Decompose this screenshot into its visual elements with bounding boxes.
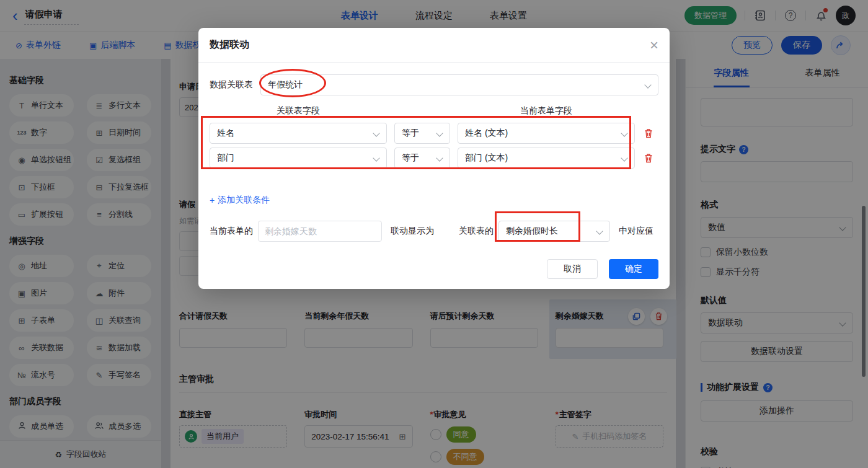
- app-root: ‹ 请假申请 表单设计 流程设定 表单设置 数据管理 ?: [0, 0, 868, 468]
- confirm-button[interactable]: 确定: [609, 259, 658, 279]
- trash-icon: [644, 128, 653, 138]
- condition-headers: 关联表字段 当前表单字段: [210, 105, 658, 117]
- linkage-mapping-row: 当前表单的 联动显示为 关联表的 剩余婚假时长 中对应值: [210, 221, 658, 242]
- display-as-label: 联动显示为: [391, 226, 434, 237]
- operator-select[interactable]: 等于: [394, 123, 450, 144]
- linked-field-select[interactable]: 部门: [210, 148, 387, 169]
- delete-condition-button[interactable]: [642, 128, 655, 138]
- modal-body: 数据关联表 年假统计 关联表字段 当前表单字段 姓名 等于 姓名 (文本) 部门…: [198, 63, 670, 289]
- delete-condition-button[interactable]: [642, 153, 655, 163]
- linked-field-select[interactable]: 姓名: [210, 123, 387, 144]
- modal-header: 数据联动 ×: [198, 28, 670, 63]
- linked-table-label: 数据关联表: [210, 79, 253, 91]
- plus-icon: +: [210, 195, 215, 205]
- trash-icon: [644, 153, 653, 163]
- modal-title: 数据联动: [210, 38, 249, 51]
- condition-row: 部门 等于 部门 (文本): [210, 148, 658, 169]
- current-field-select[interactable]: 姓名 (文本): [458, 123, 635, 144]
- target-field-input[interactable]: [258, 221, 382, 242]
- related-field-select[interactable]: 剩余婚假时长: [498, 221, 610, 242]
- add-condition-link[interactable]: +添加关联条件: [210, 195, 270, 206]
- modal-footer: 取消 确定: [210, 259, 658, 279]
- close-icon[interactable]: ×: [650, 38, 658, 53]
- data-linkage-modal: 数据联动 × 数据关联表 年假统计 关联表字段 当前表单字段 姓名 等于 姓名 …: [198, 28, 670, 289]
- cancel-button[interactable]: 取消: [547, 259, 598, 279]
- linked-field-column-header: 关联表字段: [210, 105, 387, 117]
- operator-select[interactable]: 等于: [394, 148, 450, 169]
- related-table-label: 关联表的: [459, 226, 494, 237]
- condition-row: 姓名 等于 姓名 (文本): [210, 123, 658, 144]
- current-field-select[interactable]: 部门 (文本): [458, 148, 635, 169]
- corresponding-value-label: 中对应值: [619, 226, 653, 237]
- current-form-label: 当前表单的: [210, 226, 253, 237]
- linked-table-select[interactable]: 年假统计: [260, 74, 658, 95]
- current-field-column-header: 当前表单字段: [458, 105, 635, 117]
